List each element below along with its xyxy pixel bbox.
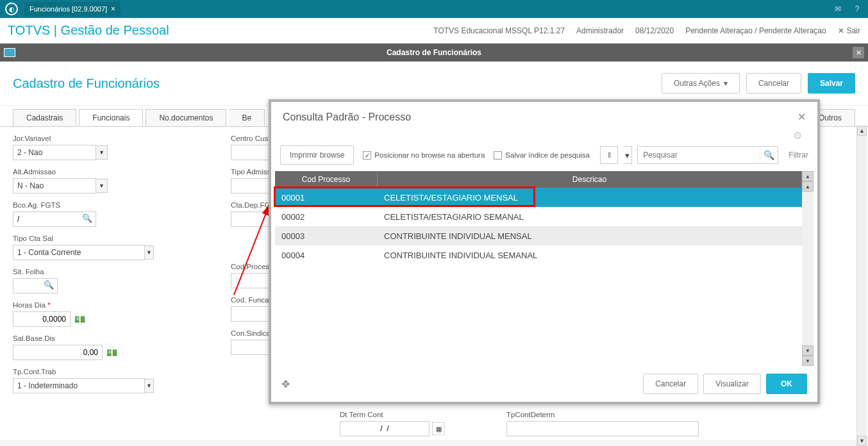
tab-beneficios[interactable]: Be — [229, 109, 265, 127]
scroll-down-icon[interactable]: ▼ — [802, 345, 814, 356]
tp-cont-determ-label: TpContDeterm — [506, 411, 699, 418]
move-icon[interactable]: ✥ — [281, 378, 290, 390]
tab-funcionais[interactable]: Funcionais — [79, 109, 143, 127]
table-row[interactable]: 00004 CONTRIBUINTE INDIVIDUAL SEMANAL — [275, 245, 802, 265]
exit-button[interactable]: ✕ Sair — [838, 26, 860, 35]
window-titlebar: Cadastro de Funcionários ✕ — [0, 44, 868, 62]
scroll-up-icon[interactable]: ▲ — [802, 181, 814, 192]
scroll-down-icon[interactable]: ▼ — [802, 356, 814, 366]
dt-term-cont-label: Dt Term Cont — [340, 411, 468, 418]
horas-dia-input[interactable] — [13, 311, 71, 327]
help-icon[interactable]: ? — [851, 3, 863, 15]
chevron-down-icon[interactable]: ▼ — [145, 379, 154, 393]
document-tab[interactable]: Funcionários [02.9.0007] × — [24, 2, 121, 16]
tipo-cta-sal-select[interactable]: 1 - Conta Corrente — [13, 245, 145, 260]
header-user: Administrador — [576, 26, 624, 35]
alt-admissao-select[interactable]: N - Nao — [13, 178, 96, 194]
checkbox-icon — [494, 151, 502, 160]
top-bar: ◐ Funcionários [02.9.0007] × ✉ ? — [0, 0, 868, 18]
app-logo-icon: ◐ — [5, 3, 18, 15]
close-icon: ✕ — [838, 26, 844, 35]
col-cod-processo[interactable]: Cod Processo — [275, 171, 378, 188]
modal-cancelar-button[interactable]: Cancelar — [643, 374, 698, 394]
horas-dia-label: Horas Dia * — [13, 301, 154, 309]
gear-icon[interactable]: ⚙ — [793, 129, 802, 142]
sit-folha-label: Sit. Folha — [13, 268, 154, 276]
header-env: TOTVS Educacional MSSQL P12.1.27 — [433, 26, 565, 35]
tipo-cta-sal-label: Tipo Cta Sal — [13, 235, 154, 242]
modal-close-button[interactable]: ✕ — [797, 111, 806, 123]
modal-title: Consulta Padrão - Processo — [283, 112, 411, 123]
window-close-button[interactable]: ✕ — [853, 47, 864, 58]
sal-base-input[interactable] — [13, 345, 103, 360]
modal-visualizar-button[interactable]: Visualizar — [703, 374, 761, 394]
columns-dropdown-icon[interactable]: ▾ — [623, 146, 632, 164]
posicionar-checkbox[interactable]: ✓ Posicionar no browse na abertura — [363, 151, 485, 160]
filtrar-link[interactable]: Filtrar — [789, 151, 808, 160]
chevron-down-icon[interactable]: ▼ — [96, 179, 108, 193]
header: TOTVS | Gestão de Pessoal TOTVS Educacio… — [0, 18, 868, 44]
table-row[interactable]: 00003 CONTRIBUINTE INDIVIDUAL MENSAL — [275, 226, 802, 245]
search-icon[interactable]: 🔍 — [760, 147, 778, 163]
columns-button[interactable]: ⦀ — [600, 146, 618, 164]
jor-variavel-select[interactable]: 2 - Nao — [13, 145, 96, 160]
checkbox-checked-icon: ✓ — [363, 151, 371, 160]
salvar-button[interactable]: Salvar — [808, 73, 855, 94]
consulta-modal: Consulta Padrão - Processo ✕ ⚙ Imprimir … — [269, 99, 820, 404]
tab-documentos[interactable]: No.documentos — [146, 109, 226, 127]
chevron-down-icon: ▾ — [724, 79, 728, 88]
search-icon[interactable]: 🔍 — [44, 280, 55, 292]
tp-cont-trab-label: Tp.Cont.Trab — [13, 368, 154, 376]
window-title: Cadastro de Funcionários — [387, 48, 481, 57]
mail-icon[interactable]: ✉ — [832, 3, 844, 15]
tab-cadastrais[interactable]: Cadastrais — [13, 109, 76, 127]
chevron-down-icon[interactable]: ▼ — [145, 245, 154, 260]
table-row[interactable]: 00002 CELETISTA/ESTAGIARIO SEMANAL — [275, 207, 802, 226]
search-box: 🔍 — [637, 146, 778, 164]
window-icon — [4, 48, 15, 57]
money-icon: 💵 — [106, 347, 117, 358]
imprimir-button[interactable]: Imprimir browse — [280, 145, 354, 165]
page-title: Cadastro de Funcionários — [13, 76, 160, 91]
money-icon: 💵 — [74, 314, 85, 324]
cancelar-button[interactable]: Cancelar — [746, 73, 801, 94]
header-date: 08/12/2020 — [635, 26, 674, 35]
alt-admissao-label: Alt.Admissao — [13, 168, 154, 176]
search-icon[interactable]: 🔍 — [82, 213, 94, 225]
scroll-down-icon[interactable]: ▼ — [857, 436, 867, 446]
header-status: Pendente Alteraçao / Pendente Alteraçao — [685, 26, 826, 35]
modal-ok-button[interactable]: OK — [766, 374, 807, 394]
table-row[interactable]: 00001 CELETISTA/ESTAGIARIO MENSAL — [275, 188, 802, 207]
table-scrollbar[interactable]: ▲ ▲ ▼ ▼ — [802, 171, 814, 366]
bco-fgts-label: Bco.Ag. FGTS — [13, 201, 154, 209]
outras-acoes-button[interactable]: Outras Ações ▾ — [662, 73, 740, 94]
jor-variavel-label: Jor.Variavel — [13, 135, 154, 142]
tp-cont-determ-select[interactable] — [506, 421, 699, 436]
calendar-icon[interactable]: ▦ — [432, 422, 445, 435]
col-descricao[interactable]: Descricao — [378, 171, 802, 188]
sal-base-label: Sal.Base.Dis — [13, 334, 154, 342]
chevron-down-icon[interactable]: ▼ — [96, 145, 108, 160]
processo-table: Cod Processo Descricao 00001 CELETISTA/E… — [275, 171, 802, 366]
form-scrollbar[interactable]: ▲ ▼ — [856, 126, 867, 446]
tp-cont-trab-select[interactable]: 1 - Indeterminado — [13, 378, 145, 393]
scroll-up-icon[interactable]: ▲ — [802, 171, 814, 181]
app-title: TOTVS | Gestão de Pessoal — [8, 23, 169, 38]
search-input[interactable] — [638, 151, 760, 160]
dt-term-cont-input[interactable] — [340, 421, 430, 436]
close-icon[interactable]: × — [111, 4, 115, 13]
scroll-up-icon[interactable]: ▲ — [857, 126, 867, 136]
document-tab-label: Funcionários [02.9.0007] — [29, 5, 107, 13]
salvar-indice-checkbox[interactable]: Salvar índice de pesquisa — [494, 151, 590, 160]
